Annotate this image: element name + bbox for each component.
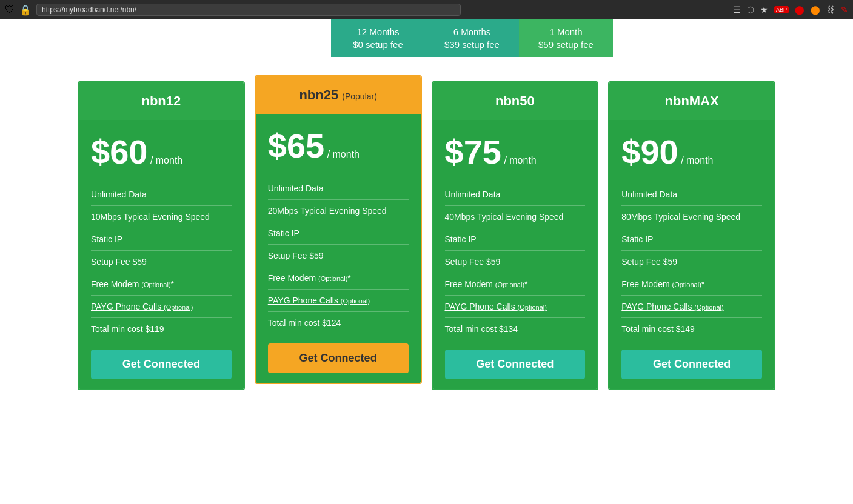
- feature-nbn25-6[interactable]: PAYG Phone Calls (Optional): [268, 289, 409, 311]
- plan-body-nbn50: $75 / month Unlimited Data 40Mbps Typica…: [433, 120, 598, 340]
- plan-header-nbnmax: nbnMAX: [609, 82, 774, 120]
- feature-nbnmax-6[interactable]: PAYG Phone Calls (Optional): [621, 295, 762, 317]
- plan-name-nbn25: nbn25: [299, 87, 342, 102]
- shield-icon: 🛡: [5, 4, 15, 15]
- feature-nbn25-3: Static IP: [268, 222, 409, 244]
- feature-nbn12-5[interactable]: Free Modem (Optional)*: [91, 273, 232, 295]
- feature-nbnmax-5[interactable]: Free Modem (Optional)*: [621, 273, 762, 295]
- browser-chrome: 🛡 🔒 https://mybroadband.net/nbn/ ☰ ⬡ ★ A…: [0, 0, 853, 19]
- badge-line1-12: 12 Months: [343, 25, 413, 38]
- feature-nbnmax-1: Unlimited Data: [621, 184, 762, 205]
- ext-icon-link: ⛓: [826, 5, 835, 15]
- url-bar[interactable]: https://mybroadband.net/nbn/: [36, 4, 461, 16]
- plan-name-nbn12: nbn12: [141, 93, 181, 108]
- feature-nbnmax-3: Static IP: [621, 228, 762, 250]
- plan-features-nbn25: Unlimited Data 20Mbps Typical Evening Sp…: [268, 177, 409, 334]
- feature-nbn25-7: Total min cost $124: [268, 311, 409, 334]
- per-month-nbnmax: / month: [681, 155, 713, 165]
- feature-nbn12-2: 10Mbps Typical Evening Speed: [91, 205, 232, 228]
- plans-container: nbn12 $60 / month Unlimited Data 10Mbps …: [61, 81, 792, 390]
- badge-line2-1: $59 setup fee: [531, 38, 601, 51]
- feature-nbn50-5[interactable]: Free Modem (Optional)*: [445, 273, 586, 295]
- badge-line2-12: $0 setup fee: [343, 38, 413, 51]
- plan-price-nbn50: $75 / month: [445, 132, 586, 171]
- plan-price-nbn25: $65 / month: [268, 126, 409, 165]
- plan-body-nbnmax: $90 / month Unlimited Data 80Mbps Typica…: [609, 120, 774, 340]
- price-amount-nbnmax: $90: [621, 133, 678, 171]
- per-month-nbn25: / month: [327, 149, 360, 159]
- plan-header-nbn12: nbn12: [79, 82, 244, 120]
- feature-nbn50-6[interactable]: PAYG Phone Calls (Optional): [445, 295, 586, 317]
- feature-nbn25-2: 20Mbps Typical Evening Speed: [268, 199, 409, 222]
- feature-nbnmax-2: 80Mbps Typical Evening Speed: [621, 205, 762, 228]
- feature-nbn50-1: Unlimited Data: [445, 184, 586, 205]
- badge-line2-6: $39 setup fee: [437, 38, 507, 51]
- plan-name-nbnmax: nbnMAX: [665, 93, 719, 108]
- get-connected-nbn50[interactable]: Get Connected: [445, 350, 586, 379]
- plan-card-nbn50: nbn50 $75 / month Unlimited Data 40Mbps …: [432, 81, 599, 390]
- feature-nbn25-1: Unlimited Data: [268, 177, 409, 199]
- abp-badge: ABP: [774, 6, 789, 13]
- plan-cta-nbn50: Get Connected: [433, 340, 598, 389]
- feature-nbn12-7: Total min cost $119: [91, 317, 232, 340]
- bookmark-icon[interactable]: ★: [760, 5, 768, 15]
- ext-icon-red: ⬤: [795, 5, 804, 15]
- plan-card-nbn12: nbn12 $60 / month Unlimited Data 10Mbps …: [78, 81, 245, 390]
- feature-nbn50-4: Setup Fee $59: [445, 250, 586, 273]
- feature-nbnmax-7: Total min cost $149: [621, 317, 762, 340]
- price-amount-nbn12: $60: [91, 133, 147, 171]
- contract-badge-1month[interactable]: 1 Month $59 setup fee: [519, 19, 613, 57]
- popular-label-nbn25: (Popular): [342, 91, 377, 101]
- feature-nbn12-1: Unlimited Data: [91, 184, 232, 205]
- lock-icon: 🔒: [19, 4, 32, 16]
- plan-features-nbn50: Unlimited Data 40Mbps Typical Evening Sp…: [445, 184, 586, 340]
- price-amount-nbn50: $75: [445, 133, 501, 171]
- plan-cta-nbn25: Get Connected: [256, 334, 421, 383]
- feature-nbn50-2: 40Mbps Typical Evening Speed: [445, 205, 586, 228]
- nav-icons: ☰ ⬡ ★ ABP ⬤ ⬤ ⛓ ✎: [733, 5, 848, 15]
- plan-features-nbnmax: Unlimited Data 80Mbps Typical Evening Sp…: [621, 184, 762, 340]
- feature-nbn12-6[interactable]: PAYG Phone Calls (Optional): [91, 295, 232, 317]
- get-connected-nbn12[interactable]: Get Connected: [91, 350, 232, 379]
- get-connected-nbnmax[interactable]: Get Connected: [621, 350, 762, 379]
- contract-badge-6months[interactable]: 6 Months $39 setup fee: [425, 19, 519, 57]
- plan-card-nbn25: nbn25 (Popular) $65 / month Unlimited Da…: [255, 75, 422, 384]
- badge-line1-1: 1 Month: [531, 25, 601, 38]
- plan-price-nbn12: $60 / month: [91, 132, 232, 171]
- per-month-nbn12: / month: [150, 155, 182, 165]
- feature-nbn50-3: Static IP: [445, 228, 586, 250]
- feature-nbn25-4: Setup Fee $59: [268, 244, 409, 267]
- contract-badges: 12 Months $0 setup fee 6 Months $39 setu…: [152, 19, 792, 81]
- plan-name-nbn50: nbn50: [495, 93, 535, 108]
- plan-body-nbn25: $65 / month Unlimited Data 20Mbps Typica…: [256, 114, 421, 334]
- feature-nbn12-3: Static IP: [91, 228, 232, 250]
- ext-icon-pencil: ✎: [841, 5, 848, 15]
- ext-icon-orange: ⬤: [811, 5, 820, 15]
- badge-line1-6: 6 Months: [437, 25, 507, 38]
- pocket-icon[interactable]: ⬡: [747, 5, 754, 15]
- feature-nbn12-4: Setup Fee $59: [91, 250, 232, 273]
- feature-nbnmax-4: Setup Fee $59: [621, 250, 762, 273]
- menu-icon[interactable]: ☰: [733, 5, 741, 15]
- plan-price-nbnmax: $90 / month: [621, 132, 762, 171]
- plan-cta-nbnmax: Get Connected: [609, 340, 774, 389]
- plan-body-nbn12: $60 / month Unlimited Data 10Mbps Typica…: [79, 120, 244, 340]
- plan-header-nbn25: nbn25 (Popular): [256, 76, 421, 114]
- page-content: 12 Months $0 setup fee 6 Months $39 setu…: [0, 19, 853, 414]
- get-connected-nbn25[interactable]: Get Connected: [268, 343, 409, 373]
- price-amount-nbn25: $65: [268, 127, 324, 165]
- contract-badge-12months[interactable]: 12 Months $0 setup fee: [331, 19, 425, 57]
- plan-header-nbn50: nbn50: [433, 82, 598, 120]
- per-month-nbn50: / month: [504, 155, 536, 165]
- feature-nbn25-5[interactable]: Free Modem (Optional)*: [268, 267, 409, 289]
- plan-features-nbn12: Unlimited Data 10Mbps Typical Evening Sp…: [91, 184, 232, 340]
- feature-nbn50-7: Total min cost $134: [445, 317, 586, 340]
- plan-card-nbnmax: nbnMAX $90 / month Unlimited Data 80Mbps…: [608, 81, 775, 390]
- plan-cta-nbn12: Get Connected: [79, 340, 244, 389]
